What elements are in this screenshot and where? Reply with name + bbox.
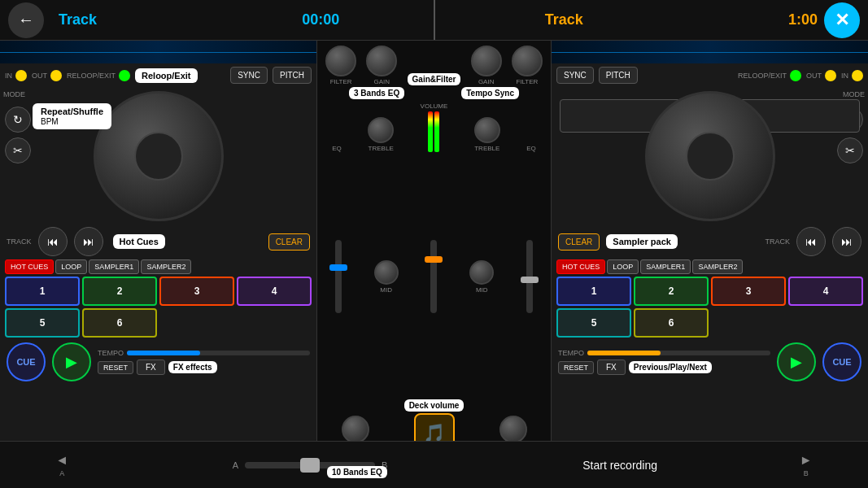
left-tempo-section: TEMPO RESET FX FX effects xyxy=(98,349,310,375)
right-pad-6[interactable]: 6 xyxy=(634,308,709,338)
time-left: 00:00 xyxy=(302,11,339,28)
left-shuffle-button[interactable]: ✂ xyxy=(5,137,31,163)
left-pitch-button[interactable]: PITCH xyxy=(273,67,312,84)
left-pad-4[interactable]: 4 xyxy=(237,277,312,306)
right-fader-handle xyxy=(521,277,539,283)
right-pad-2[interactable]: 2 xyxy=(634,277,709,306)
left-pad-hotcues-button[interactable]: HOT CUES xyxy=(5,259,54,274)
right-reset-button[interactable]: RESET xyxy=(558,361,594,374)
left-reset-button[interactable]: RESET xyxy=(98,361,133,374)
left-play-button[interactable]: ▶ xyxy=(52,342,91,381)
right-pad-4[interactable]: 4 xyxy=(788,277,863,306)
out-label: OUT xyxy=(32,72,47,80)
left-next-track-button[interactable]: ⏭ xyxy=(74,227,103,256)
deck-volume-tooltip: Deck volume xyxy=(404,399,465,412)
left-pad-sampler2-button[interactable]: SAMPLER2 xyxy=(141,259,191,274)
right-pad-sampler2-button[interactable]: SAMPLER2 xyxy=(692,259,743,274)
left-pad-sampler1-button[interactable]: SAMPLER1 xyxy=(89,259,139,274)
left-pad-5[interactable]: 5 xyxy=(5,308,80,338)
left-pad-mode-row: HOT CUES LOOP SAMPLER1 SAMPLER2 xyxy=(5,259,312,274)
nav-left-button[interactable]: ◄ A xyxy=(0,442,124,488)
right-jog-center xyxy=(686,132,735,181)
crossfader-b-label-right: B xyxy=(804,469,809,477)
center-fader-handle xyxy=(425,256,443,263)
start-recording-label: Start recording xyxy=(582,459,657,472)
right-deck: SYNC PITCH RELOOP/EXIT OUT IN MODE xyxy=(551,41,868,488)
left-pad-3[interactable]: 3 xyxy=(159,277,234,306)
right-out-label: OUT xyxy=(806,72,822,80)
left-channel-fader[interactable] xyxy=(335,240,342,313)
right-prev-track-button[interactable]: ⏮ xyxy=(796,227,826,256)
left-prev-track-button[interactable]: ⏮ xyxy=(38,227,68,256)
filter-left-knob-circle xyxy=(325,46,356,76)
left-pad-2[interactable]: 2 xyxy=(82,277,157,306)
right-pad-hotcues-button[interactable]: HOT CUES xyxy=(556,259,605,274)
treble-right-knob[interactable]: TREBLE xyxy=(474,117,500,152)
gain-left-knob[interactable]: GAIN xyxy=(366,46,397,85)
filter-left-knob[interactable]: FILTER xyxy=(325,46,356,85)
treble-left-label: TREBLE xyxy=(369,145,394,152)
reloop-label-text: RELOOP/EXIT xyxy=(67,72,116,80)
hot-cues-tooltip: Hot Cues xyxy=(113,234,165,249)
left-pad-1[interactable]: 1 xyxy=(5,277,80,306)
crossfader-handle xyxy=(300,458,320,473)
left-sync-button[interactable]: SYNC xyxy=(230,67,268,84)
close-button[interactable]: ✕ xyxy=(824,2,860,38)
right-pad-sampler1-button[interactable]: SAMPLER1 xyxy=(640,259,691,274)
left-waveform xyxy=(0,41,316,63)
vu-left xyxy=(428,111,433,152)
right-out-led xyxy=(825,70,836,81)
right-pad-3[interactable]: 3 xyxy=(711,277,786,306)
left-pad-6[interactable]: 6 xyxy=(82,308,157,338)
right-fx-button[interactable]: FX xyxy=(597,359,626,375)
right-track-label: TRACK xyxy=(765,237,790,246)
right-pad-mode-row: HOT CUES LOOP SAMPLER1 SAMPLER2 xyxy=(556,259,863,274)
right-channel-fader[interactable] xyxy=(526,240,533,313)
left-controls-row: IN OUT RELOOP/EXIT Reloop/Exit SYNC PITC… xyxy=(0,63,316,87)
gain-right-knob-circle xyxy=(471,46,502,76)
right-pad-5[interactable]: 5 xyxy=(556,308,631,338)
nav-right-button[interactable]: ► B xyxy=(744,442,868,488)
out-led xyxy=(50,70,62,81)
left-clear-button[interactable]: CLEAR xyxy=(268,233,310,251)
right-play-button[interactable]: ▶ xyxy=(777,342,816,381)
right-pad-1[interactable]: 1 xyxy=(556,277,631,306)
treble-left-knob[interactable]: TREBLE xyxy=(368,117,394,152)
right-pitch-button[interactable]: PITCH xyxy=(599,67,638,84)
left-deck: IN OUT RELOOP/EXIT Reloop/Exit SYNC PITC… xyxy=(0,41,317,488)
left-mode-buttons: ↻ ✂ xyxy=(5,107,31,163)
back-button[interactable]: ← xyxy=(8,2,44,38)
right-pad-loop-button[interactable]: LOOP xyxy=(607,259,639,274)
left-cue-button[interactable]: CUE xyxy=(7,342,46,381)
left-tempo-slider[interactable] xyxy=(127,351,310,355)
left-track-controls: TRACK ⏮ ⏭ Hot Cues CLEAR xyxy=(0,225,316,258)
left-pad-loop-button[interactable]: LOOP xyxy=(55,259,87,274)
right-cue-button[interactable]: CUE xyxy=(822,342,861,381)
center-volume-fader[interactable] xyxy=(430,240,437,313)
eq-left-label: EQ xyxy=(332,145,342,152)
right-clear-button[interactable]: CLEAR xyxy=(558,233,600,251)
left-jog-wheel[interactable] xyxy=(94,91,224,221)
filter-right-knob-circle xyxy=(512,46,543,76)
filter-right-knob[interactable]: FILTER xyxy=(512,46,543,85)
right-sync-button[interactable]: SYNC xyxy=(556,67,594,84)
left-repeat-button[interactable]: ↻ xyxy=(5,107,31,133)
vu-meters xyxy=(428,111,439,152)
mid-right-knob[interactable]: MID xyxy=(469,260,494,294)
right-tempo-slider[interactable] xyxy=(587,351,770,355)
left-fader-group xyxy=(335,240,342,313)
nav-left-icon: ◄ xyxy=(55,453,68,468)
mixer-top-knobs: FILTER GAIN Gain&Filter GAIN FILTER xyxy=(317,41,551,85)
right-next-track-button[interactable]: ⏭ xyxy=(832,227,861,256)
mid-left-circle xyxy=(374,260,399,285)
right-mode-btn-2[interactable]: ✂ xyxy=(837,137,863,163)
start-recording-button[interactable]: Start recording xyxy=(496,459,744,472)
right-jog-wheel[interactable] xyxy=(645,91,775,221)
left-fx-button[interactable]: FX xyxy=(137,359,165,375)
right-out-group: OUT xyxy=(806,70,836,81)
right-reloop-led xyxy=(790,70,801,81)
bass-left-circle xyxy=(342,416,369,443)
gain-right-knob[interactable]: GAIN xyxy=(471,46,502,85)
right-mode-label: MODE xyxy=(843,90,865,98)
mid-left-knob[interactable]: MID xyxy=(374,260,399,294)
